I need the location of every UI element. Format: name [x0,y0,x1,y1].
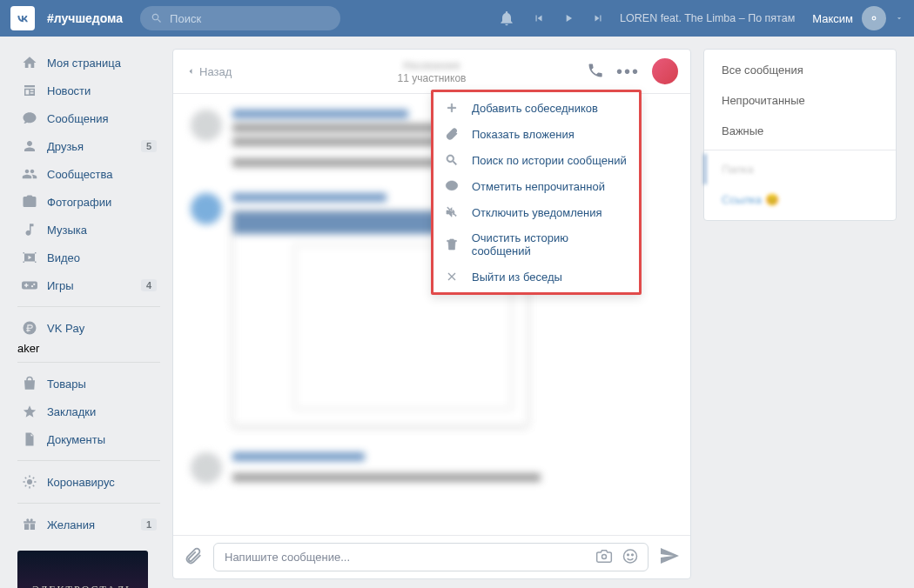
svg-point-5 [628,554,629,556]
nav-messages[interactable]: Сообщения [17,104,160,132]
search-placeholder: Поиск [170,12,201,25]
back-button[interactable]: Назад [185,65,232,78]
prev-track-icon[interactable] [533,12,545,24]
home-icon [21,54,38,71]
plus-icon [444,101,460,115]
header-hashtag[interactable]: #лучшедома [47,11,123,25]
sidebar-promo-image[interactable] [17,551,148,588]
chat-avatar[interactable] [652,58,678,84]
message-input[interactable]: Напишите сообщение... [213,543,649,571]
nav-label: Закладки [47,405,96,418]
nav-label: Моя страница [47,57,121,70]
nav-music[interactable]: Музыка [17,216,160,244]
nav-label: Товары [47,378,86,391]
nav-badge: 5 [141,140,157,152]
search-icon [151,12,163,24]
svg-point-6 [632,554,634,556]
search-icon [444,153,460,167]
more-actions-button[interactable]: ••• [616,63,640,80]
nav-documents[interactable]: Документы [17,425,160,453]
emoji-icon[interactable] [622,547,639,567]
nav-news[interactable]: Новости [17,77,160,104]
virus-icon [21,473,38,491]
nav-friends[interactable]: Друзья5 [17,132,160,160]
nav-label: Игры [47,279,74,292]
users-icon [21,165,38,183]
send-button[interactable] [659,545,680,569]
folder-unread[interactable]: Непрочитанные [704,85,896,116]
top-header: #лучшедома Поиск LOREN feat. The Limba –… [0,0,914,37]
message-composer: Напишите сообщение... [173,535,690,578]
dd-mute[interactable]: Отключить уведомления [433,199,639,225]
vk-logo[interactable] [10,6,35,30]
nav-games[interactable]: Игры4 [17,271,160,299]
dd-label: Показать вложения [472,128,575,141]
nav-bookmarks[interactable]: Закладки [17,398,160,425]
dd-show-attachments[interactable]: Показать вложения [433,121,639,147]
chevron-down-icon [895,12,904,25]
nav-label: Желания [47,518,95,531]
chat-panel: Назад Название 11 участников ••• Добавит… [172,49,691,579]
attach-icon[interactable] [184,546,203,568]
user-avatar [862,6,886,30]
ruble-icon [21,319,38,337]
nav-vkpay[interactable]: VK Pay [17,314,160,342]
dd-add-participants[interactable]: Добавить собеседников [433,95,639,121]
dd-label: Поиск по истории сообщений [472,154,627,167]
attachment-icon [444,127,460,141]
nav-badge: 4 [141,279,157,291]
bag-icon [21,375,38,392]
dd-clear-history[interactable]: Очистить историю сообщений [433,225,639,264]
doc-icon [21,431,38,448]
dd-label: Отметить непрочитанной [472,180,605,193]
notifications-icon[interactable] [498,10,515,27]
nav-wishes[interactable]: Желания1 [17,511,160,538]
input-placeholder: Напишите сообщение... [225,551,350,564]
chat-actions-dropdown: Добавить собеседников Показать вложения … [431,90,642,295]
nav-covid[interactable]: Коронавирус [17,468,160,496]
mute-icon [444,205,460,219]
close-icon [444,270,460,284]
nav-label: Фотографии [47,196,111,209]
gamepad-icon [21,277,38,294]
nav-video[interactable]: Видео [17,244,160,271]
search-box[interactable]: Поиск [140,6,340,30]
nav-label: Коронавирус [47,476,115,489]
left-sidebar: Моя страница Новости Сообщения Друзья5 С… [17,49,160,588]
next-track-icon[interactable] [592,12,604,24]
nav-photos[interactable]: Фотографии [17,188,160,216]
call-icon[interactable] [587,62,604,82]
music-icon [21,221,38,238]
video-icon [21,249,38,266]
back-label: Назад [199,65,232,78]
nav-market[interactable]: Товары [17,370,160,398]
message [191,452,673,487]
user-menu[interactable]: Максим [812,6,904,30]
chevron-left-icon [185,66,196,77]
star-icon [21,403,38,420]
svg-point-2 [27,479,32,484]
trash-icon [444,237,460,251]
now-playing[interactable]: LOREN feat. The Limba – По пятам [620,12,795,24]
nav-my-page[interactable]: Моя страница [17,49,160,77]
chat-header: Назад Название 11 участников ••• [173,50,690,94]
folder-important[interactable]: Важные [704,116,896,146]
nav-label: Друзья [47,140,84,153]
folder-custom[interactable]: Ссылка 😊 [704,184,896,215]
nav-label: Музыка [47,224,87,237]
dd-mark-unread[interactable]: Отметить непрочитанной [433,173,639,199]
nav-label: Сообщения [47,112,109,125]
folder-all[interactable]: Все сообщения [704,55,896,85]
nav-label: Видео [47,251,80,264]
folder-custom[interactable]: Папка [704,154,896,184]
nav-groups[interactable]: Сообщества [17,160,160,188]
dd-leave-chat[interactable]: Выйти из беседы [433,264,639,290]
svg-point-3 [602,554,607,558]
dd-label: Очистить историю сообщений [472,231,628,257]
photo-icon[interactable] [595,547,613,567]
nav-badge: 1 [141,518,157,531]
nav-label: Документы [47,433,105,446]
svg-point-0 [872,17,876,20]
dd-search-history[interactable]: Поиск по истории сообщений [433,147,639,173]
play-icon[interactable] [562,12,575,24]
